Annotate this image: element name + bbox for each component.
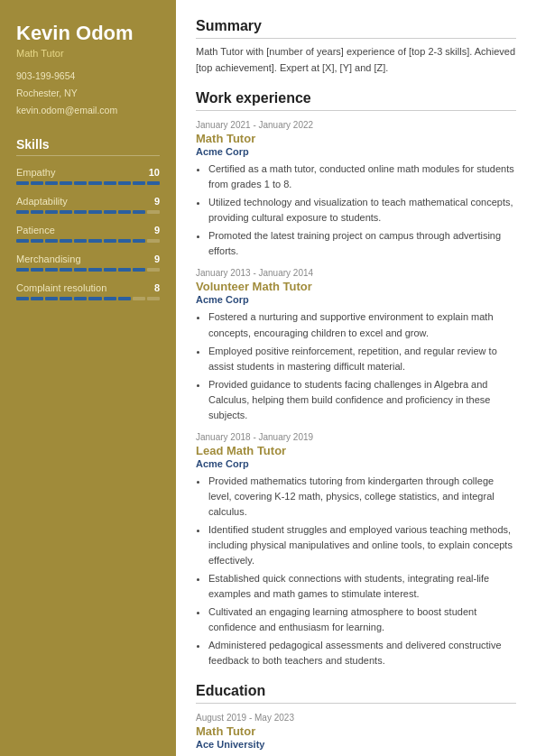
main-content: Summary Math Tutor with [number of years… <box>176 0 536 756</box>
bullet-item: Administered pedagogical assessments and… <box>208 638 516 668</box>
edu-date: August 2019 - May 2023 <box>196 713 516 723</box>
skill-bar <box>16 210 160 214</box>
job-title: Lead Math Tutor <box>196 444 516 457</box>
edu-degree: Math Tutor <box>196 724 516 738</box>
bullet-item: Established quick connections with stude… <box>208 571 516 602</box>
summary-text: Math Tutor with [number of years] experi… <box>196 44 516 76</box>
bullet-item: Provided mathematics tutoring from kinde… <box>208 474 516 520</box>
skills-section-title: Skills <box>16 137 160 156</box>
skill-name: Adaptability <box>16 196 68 207</box>
education-title: Education <box>196 683 516 704</box>
job-title: Math Tutor <box>196 132 516 145</box>
jobs-list: January 2021 - January 2022Math TutorAcm… <box>196 120 516 668</box>
skill-item: Adaptability9 <box>16 196 160 214</box>
edu-school: Ace University <box>196 739 516 750</box>
bullet-item: Provided guidance to students facing cha… <box>208 377 516 423</box>
location: Rochester, NY <box>16 85 160 102</box>
skill-item: Complaint resolution8 <box>16 282 160 300</box>
education-list: August 2019 - May 2023Math TutorAce Univ… <box>196 713 516 756</box>
skill-name: Patience <box>16 225 55 235</box>
phone: 903-199-9654 <box>16 68 160 85</box>
job-date: January 2021 - January 2022 <box>196 120 516 130</box>
skill-item: Merchandising9 <box>16 254 160 272</box>
skill-item: Empathy10 <box>16 167 160 185</box>
edu-entry: August 2019 - May 2023Math TutorAce Univ… <box>196 713 516 750</box>
summary-section: Summary Math Tutor with [number of years… <box>196 18 516 76</box>
education-section: Education August 2019 - May 2023Math Tut… <box>196 683 516 756</box>
skill-name: Empathy <box>16 167 55 178</box>
bullet-item: Utilized technology and visualization to… <box>208 195 516 226</box>
job-entry: January 2021 - January 2022Math TutorAcm… <box>196 120 516 259</box>
job-date: January 2018 - January 2019 <box>196 432 516 442</box>
bullet-item: Identified student struggles and employe… <box>208 522 516 568</box>
skill-bar <box>16 268 160 272</box>
summary-title: Summary <box>196 18 516 39</box>
email[interactable]: kevin.odom@email.com <box>16 105 117 115</box>
contact-info: 903-199-9654 Rochester, NY kevin.odom@em… <box>16 68 160 119</box>
job-entry: January 2013 - January 2014Volunteer Mat… <box>196 268 516 422</box>
skill-bar <box>16 239 160 243</box>
skill-score: 9 <box>154 254 160 264</box>
skill-score: 9 <box>154 225 160 235</box>
bullet-item: Cultivated an engaging learning atmosphe… <box>208 604 516 635</box>
skill-score: 10 <box>149 167 160 178</box>
work-section: Work experience January 2021 - January 2… <box>196 90 516 668</box>
skill-bar <box>16 181 160 185</box>
job-title: Volunteer Math Tutor <box>196 280 516 293</box>
skill-name: Complaint resolution <box>16 282 106 293</box>
bullet-item: Certified as a math tutor, conducted onl… <box>208 161 516 192</box>
skill-bar <box>16 297 160 300</box>
bullet-item: Promoted the latest training project on … <box>208 228 516 259</box>
job-company: Acme Corp <box>196 146 516 157</box>
job-entry: January 2018 - January 2019Lead Math Tut… <box>196 432 516 669</box>
job-company: Acme Corp <box>196 458 516 469</box>
skill-item: Patience9 <box>16 225 160 243</box>
bullet-item: Fostered a nurturing and supportive envi… <box>208 309 516 340</box>
skill-name: Merchandising <box>16 254 81 264</box>
skill-score: 9 <box>154 196 160 207</box>
candidate-name: Kevin Odom <box>16 22 160 45</box>
work-title: Work experience <box>196 90 516 111</box>
skills-list: Empathy10Adaptability9Patience9Merchandi… <box>16 167 160 300</box>
bullet-item: Employed positive reinforcement, repetit… <box>208 344 516 374</box>
job-date: January 2013 - January 2014 <box>196 268 516 278</box>
skill-score: 8 <box>154 282 160 293</box>
sidebar: Kevin Odom Math Tutor 903-199-9654 Roche… <box>0 0 176 756</box>
job-bullets: Certified as a math tutor, conducted onl… <box>196 161 516 259</box>
job-bullets: Provided mathematics tutoring from kinde… <box>196 474 516 669</box>
job-company: Acme Corp <box>196 294 516 305</box>
job-bullets: Fostered a nurturing and supportive envi… <box>196 309 516 422</box>
candidate-title: Math Tutor <box>16 48 160 59</box>
